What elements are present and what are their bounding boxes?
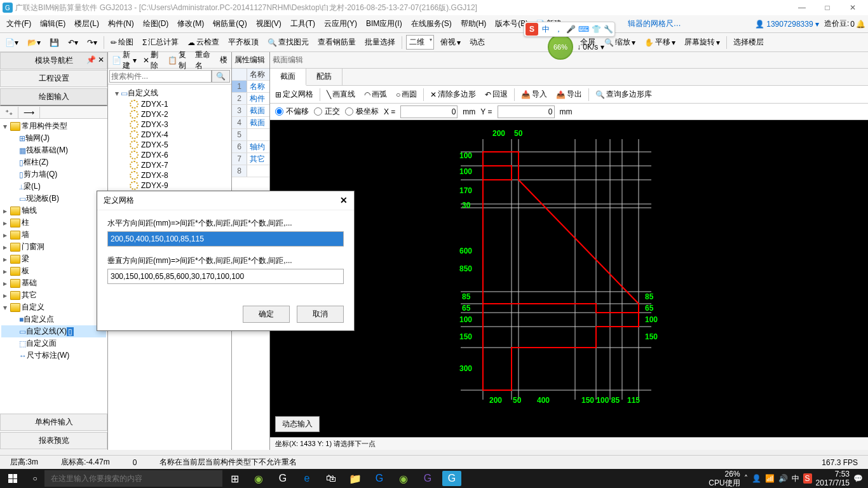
dynamic-input-button[interactable]: 动态输入 bbox=[275, 416, 320, 432]
single-input-button[interactable]: 单构件输入 bbox=[0, 414, 107, 431]
maximize-button[interactable]: □ bbox=[815, 0, 840, 15]
draw-button[interactable]: ✏ 绘图 bbox=[108, 36, 136, 49]
comp-item[interactable]: ZDYX-9 bbox=[111, 180, 229, 191]
close-button[interactable]: ✕ bbox=[840, 0, 865, 15]
cancel-button[interactable]: 取消 bbox=[297, 306, 344, 323]
comp-root[interactable]: ▾ ▭ 自定义线 bbox=[111, 87, 229, 99]
tray-network-icon[interactable]: 📶 bbox=[765, 474, 775, 483]
import-button[interactable]: 📥 导入 bbox=[519, 88, 550, 101]
v-spacing-input[interactable] bbox=[107, 269, 344, 284]
sogou-icon[interactable]: S bbox=[526, 23, 538, 36]
tray-ime[interactable]: 中 bbox=[792, 473, 799, 484]
explorer-icon[interactable]: 📁 bbox=[343, 469, 367, 488]
tree-folder[interactable]: ▸板 bbox=[1, 265, 106, 277]
cortana-button[interactable]: ○ bbox=[25, 474, 44, 483]
export-button[interactable]: 📤 导出 bbox=[553, 88, 585, 101]
tree-item[interactable]: ⊞ 轴网(J) bbox=[1, 132, 106, 144]
menu-rebar[interactable]: 钢筋量(Q) bbox=[209, 16, 250, 32]
edge-icon[interactable]: e bbox=[295, 469, 319, 488]
dim-combo[interactable]: 二维 bbox=[406, 35, 434, 50]
find-elem-button[interactable]: 🔍 查找图元 bbox=[265, 36, 311, 49]
draw-arc-button[interactable]: ◠ 画弧 bbox=[362, 88, 390, 101]
tree-item[interactable]: ▯ 框柱(Z) bbox=[1, 156, 106, 168]
drawing-canvas[interactable]: 20050 100100 17030 600850 8565 100150 30… bbox=[270, 120, 867, 419]
tree-item-selected[interactable]: ▭ 自定义线(X) ▯ bbox=[1, 325, 106, 337]
tab-rebar[interactable]: 配筋 bbox=[306, 69, 342, 85]
ime-punct[interactable]: ， bbox=[553, 24, 564, 35]
dialog-close-button[interactable]: ✕ bbox=[340, 195, 348, 206]
search-button[interactable]: 🔍 bbox=[212, 70, 230, 83]
tree-folder[interactable]: ▸门窗洞 bbox=[1, 241, 106, 253]
menu-online[interactable]: 在线服务(S) bbox=[407, 16, 456, 32]
tree-folder[interactable]: ▸轴线 bbox=[1, 205, 106, 217]
tree-item[interactable]: ⬚ 自定义面 bbox=[1, 337, 106, 349]
clock[interactable]: 7:532017/7/15 bbox=[816, 470, 850, 488]
menu-tools[interactable]: 工具(T) bbox=[287, 16, 319, 32]
tree-custom[interactable]: ▾自定义 bbox=[1, 301, 106, 313]
select-floor-button[interactable]: 选择楼层 bbox=[731, 36, 766, 49]
comp-item[interactable]: ZDYX-4 bbox=[111, 130, 229, 140]
user-id[interactable]: 👤 13907298339 ▾ bbox=[755, 20, 819, 29]
prop-cell[interactable]: 截面 bbox=[247, 117, 269, 128]
tree-folder[interactable]: ▸其它 bbox=[1, 289, 106, 301]
menu-file[interactable]: 文件(F) bbox=[3, 16, 35, 32]
tree-item[interactable]: ■ 自定义点 bbox=[1, 313, 106, 325]
prop-cell[interactable]: 其它 bbox=[247, 153, 269, 165]
open-button[interactable]: 📂▾ bbox=[25, 37, 43, 48]
toolbox-icon[interactable]: 🔧 bbox=[604, 25, 613, 34]
comp-item[interactable]: ZDYX-1 bbox=[111, 99, 229, 109]
radio-no-offset[interactable]: 不偏移 bbox=[275, 106, 309, 117]
search-input[interactable] bbox=[109, 70, 212, 83]
nav-tab-1[interactable]: ⁺₊ bbox=[0, 107, 18, 118]
comp-item[interactable]: ZDYX-3 bbox=[111, 119, 229, 130]
y-input[interactable] bbox=[498, 105, 555, 118]
cloud-check-button[interactable]: ☁ 云检查 bbox=[185, 36, 222, 49]
task-app-icon[interactable]: G bbox=[416, 469, 440, 488]
menu-bim[interactable]: BIM应用(I) bbox=[362, 16, 406, 32]
nav-tree[interactable]: ▾常用构件类型 ⊞ 轴网(J) ▦ 筏板基础(M) ▯ 框柱(Z) ▯ 剪力墙(… bbox=[0, 119, 107, 413]
tree-folder[interactable]: ▸基础 bbox=[1, 277, 106, 289]
tree-common[interactable]: ▾常用构件类型 bbox=[1, 120, 106, 132]
menu-view[interactable]: 视图(V) bbox=[252, 16, 285, 32]
task-app-icon[interactable]: G bbox=[442, 471, 461, 486]
prop-cell[interactable]: 截面 bbox=[247, 105, 269, 116]
minimize-button[interactable]: — bbox=[789, 0, 815, 15]
menu-floor[interactable]: 楼层(L) bbox=[71, 16, 103, 32]
tray-people-icon[interactable]: 👤 bbox=[752, 474, 761, 483]
comp-item[interactable]: ZDYX-5 bbox=[111, 140, 229, 150]
ime-mode[interactable]: 中 bbox=[541, 24, 551, 35]
keyboard-icon[interactable]: ⌨ bbox=[578, 25, 589, 34]
task-view-icon[interactable]: ⊞ bbox=[222, 469, 247, 488]
zoom-button[interactable]: 🔍 缩放▾ bbox=[602, 36, 638, 49]
menu-draw[interactable]: 绘图(D) bbox=[139, 16, 173, 32]
tree-item[interactable]: ▦ 筏板基础(M) bbox=[1, 144, 106, 156]
prop-cell[interactable] bbox=[247, 165, 269, 177]
prop-cell[interactable] bbox=[247, 129, 269, 140]
draw-input-button[interactable]: 绘图输入 bbox=[0, 88, 107, 106]
rotate-button[interactable]: 屏幕旋转▾ bbox=[682, 36, 722, 49]
draw-line-button[interactable]: ╲ 画直线 bbox=[324, 88, 358, 101]
store-icon[interactable]: 🛍 bbox=[319, 469, 343, 488]
comp-item[interactable]: ZDYX-8 bbox=[111, 170, 229, 180]
pin-icon[interactable]: 📌 ✕ bbox=[86, 55, 104, 64]
prop-cell[interactable]: 构件 bbox=[247, 93, 269, 104]
pan-button[interactable]: ✋ 平移▾ bbox=[642, 36, 678, 49]
tray-volume-icon[interactable]: 🔊 bbox=[778, 474, 788, 483]
task-app-icon[interactable]: G bbox=[367, 469, 391, 488]
mic-icon[interactable]: 🎤 bbox=[566, 25, 576, 34]
undo-poly-button[interactable]: ↶ 回退 bbox=[482, 88, 510, 101]
tree-item[interactable]: ▯ 剪力墙(Q) bbox=[1, 168, 106, 180]
new-doc-button[interactable]: 📄▾ bbox=[3, 37, 21, 48]
ime-toolbar[interactable]: S 中 ， 🎤 ⌨ 👕 🔧 bbox=[524, 22, 615, 37]
comp-item[interactable]: ZDYX-6 bbox=[111, 150, 229, 160]
save-button[interactable]: 💾 bbox=[47, 37, 62, 48]
menu-component[interactable]: 构件(N) bbox=[104, 16, 138, 32]
comp-floor-button[interactable]: 楼 bbox=[217, 53, 230, 67]
topview-button[interactable]: 俯视▾ bbox=[438, 36, 463, 49]
menu-edit[interactable]: 编辑(E) bbox=[36, 16, 69, 32]
comp-item[interactable]: ZDYX-2 bbox=[111, 109, 229, 119]
sum-button[interactable]: Σ 汇总计算 bbox=[140, 36, 181, 49]
task-app-icon[interactable]: G bbox=[271, 469, 295, 488]
batch-select-button[interactable]: 批量选择 bbox=[362, 36, 398, 49]
h-spacing-input[interactable]: 200,50,400,150,100,85,115 bbox=[107, 231, 344, 247]
